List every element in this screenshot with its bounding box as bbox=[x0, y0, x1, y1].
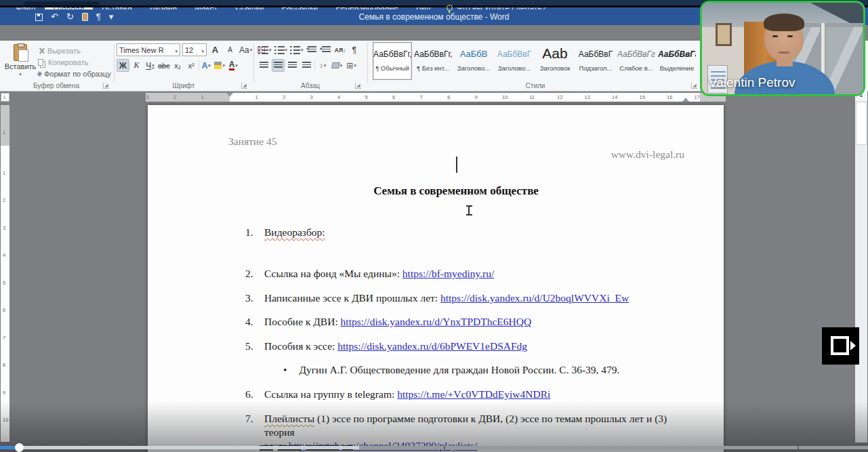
underline-button[interactable]: Ч bbox=[144, 59, 157, 72]
ruler-number: 7 bbox=[420, 94, 423, 100]
italic-button[interactable]: К bbox=[130, 59, 143, 72]
ruler-number: 9 bbox=[475, 94, 478, 100]
justify-icon bbox=[302, 62, 311, 69]
increase-indent-button[interactable] bbox=[320, 43, 333, 56]
styles-dialog-launcher-icon[interactable]: ◢ bbox=[691, 83, 697, 89]
chapter-separator bbox=[798, 446, 799, 449]
ruler-number: 1 bbox=[201, 94, 204, 100]
chevron-down-icon bbox=[201, 46, 204, 54]
document-page[interactable]: Занятие 45 www.dvi-legal.ru Семья в совр… bbox=[148, 105, 724, 452]
list-item-2: 2. Ссылка на фонд «Мы едины»: https://bf… bbox=[245, 267, 684, 281]
ruler-number: 2 bbox=[173, 94, 176, 100]
justify-button[interactable] bbox=[300, 59, 313, 72]
ruler-number: 10 bbox=[3, 417, 8, 423]
grow-font-button[interactable]: А bbox=[209, 43, 222, 56]
ruler-number: 3 bbox=[310, 94, 313, 100]
header-lesson-number: Занятие 45 bbox=[228, 136, 276, 148]
font-group-label: Шрифт bbox=[115, 82, 252, 89]
decrease-indent-button[interactable] bbox=[306, 43, 318, 56]
scissors-icon bbox=[38, 47, 45, 54]
right-indent-marker[interactable] bbox=[682, 94, 689, 102]
font-dialog-launcher-icon[interactable]: ◢ bbox=[241, 83, 247, 89]
first-line-indent-marker[interactable] bbox=[226, 93, 233, 100]
shrink-font-button[interactable]: А bbox=[224, 43, 236, 56]
hyperlink[interactable]: https://disk.yandex.ru/d/U2boqlWVVXi_Ew bbox=[440, 292, 629, 304]
style-subtle-emphasis[interactable]: АаБбВвГг, Слабое в... bbox=[617, 42, 656, 80]
overlay-widget-button[interactable] bbox=[822, 327, 859, 365]
multilevel-list-button[interactable] bbox=[289, 43, 304, 56]
hyperlink[interactable]: https://disk.yandex.ru/d/6bPWEV1eDSAFdg bbox=[337, 340, 527, 352]
strikethrough-button[interactable]: abc bbox=[157, 59, 171, 72]
ruler-number: 13 bbox=[585, 94, 590, 100]
paste-button[interactable]: Вставить ▾ bbox=[5, 43, 35, 85]
ruler-number: 2 bbox=[283, 94, 285, 100]
show-paragraph-marks-button[interactable]: ¶ bbox=[348, 43, 361, 56]
shading-button[interactable] bbox=[331, 59, 344, 72]
scrollbar-thumb[interactable] bbox=[856, 102, 867, 145]
ruler-number: 14 bbox=[612, 94, 617, 100]
multilevel-list-icon bbox=[290, 46, 300, 54]
borders-icon: ⊞ bbox=[346, 61, 353, 70]
video-top-artifact bbox=[24, 1, 99, 5]
text-effects-button[interactable]: А bbox=[200, 59, 213, 72]
font-color-button[interactable]: А bbox=[227, 59, 240, 72]
format-painter-button[interactable]: Формат по образцу bbox=[38, 68, 111, 79]
ruler-number: 8 bbox=[447, 94, 450, 100]
change-case-button[interactable]: Aa bbox=[239, 43, 253, 56]
highlight-color-button[interactable] bbox=[213, 59, 226, 72]
superscript-button[interactable]: x² bbox=[185, 59, 198, 72]
bullet-marker: • bbox=[283, 364, 287, 375]
header-site-url: www.dvi-legal.ru bbox=[611, 148, 684, 161]
list-item-4: 4. Пособие к ДВИ: https://disk.yandex.ru… bbox=[245, 315, 684, 329]
ruler-number: 3 bbox=[146, 94, 149, 100]
clipboard-dialog-launcher-icon[interactable]: ◢ bbox=[103, 83, 109, 89]
cut-button[interactable]: Вырезать bbox=[38, 45, 81, 56]
ruler-number: 3 bbox=[3, 225, 5, 231]
list-item-6: 6. Ссылка на группу в telegram: https://… bbox=[245, 388, 684, 401]
style-emphasis[interactable]: АаБбВвГг, Выделение bbox=[657, 42, 697, 80]
ruler-number: 10 bbox=[502, 94, 508, 100]
style-normal[interactable]: АаБбВвГг, ¶ Обычный bbox=[373, 42, 412, 80]
hyperlink[interactable]: https://t.me/+Vc0VTDdEyiw4NDRi bbox=[397, 388, 550, 400]
borders-button[interactable]: ⊞ bbox=[345, 59, 358, 72]
line-spacing-icon: ↕ bbox=[320, 62, 323, 69]
h-ruler-text-area bbox=[230, 93, 700, 102]
align-left-button[interactable] bbox=[257, 59, 270, 72]
decrease-indent-icon bbox=[308, 46, 316, 54]
playhead-knob[interactable] bbox=[15, 443, 24, 452]
copy-button[interactable]: Копировать bbox=[38, 57, 88, 67]
ruler-number: 8 bbox=[3, 362, 5, 368]
align-right-button[interactable] bbox=[286, 59, 299, 72]
bold-button[interactable]: Ж bbox=[117, 59, 129, 72]
ruler-number: 1 bbox=[255, 94, 258, 100]
tab-selector[interactable]: L bbox=[1, 93, 9, 102]
participant-name-label: Valentin Petrov bbox=[709, 75, 795, 90]
ruler-number: 11 bbox=[530, 94, 535, 100]
hyperlink[interactable]: https://bf-myediny.ru/ bbox=[402, 268, 494, 279]
style-no-spacing[interactable]: АаБбВвГг, ¶ Без инт... bbox=[413, 42, 453, 80]
ruler-number: 4 bbox=[337, 94, 340, 100]
list-item-1: 1. Видеоразбор: bbox=[245, 226, 684, 239]
vertical-scrollbar[interactable]: ▲ bbox=[855, 90, 867, 443]
align-center-icon bbox=[274, 62, 283, 69]
style-subtitle[interactable]: АаБбВвГ Подзагол... bbox=[576, 42, 615, 80]
ruler-number: 12 bbox=[557, 94, 562, 100]
numbered-list-button[interactable] bbox=[274, 43, 289, 56]
font-family-select[interactable]: Times New R bbox=[117, 43, 180, 56]
style-heading2[interactable]: АаБбВвГ Заголово... bbox=[495, 42, 534, 80]
paragraph-dialog-launcher-icon[interactable]: ◢ bbox=[355, 83, 361, 89]
style-heading1[interactable]: АаБбВ Заголово... bbox=[454, 42, 493, 80]
subscript-button[interactable]: x₂ bbox=[171, 59, 184, 72]
sub-bullet-item: •Дугин А.Г. Обществоведение для граждан … bbox=[283, 364, 619, 376]
align-center-button[interactable] bbox=[272, 59, 285, 72]
ruler-number: 9 bbox=[3, 390, 5, 396]
hyperlink[interactable]: https://disk.yandex.ru/d/YnxTPDThcE6HQQ bbox=[341, 316, 532, 327]
sort-button[interactable]: АЯ↓ bbox=[334, 43, 347, 56]
styles-group-label: Стили bbox=[369, 82, 702, 89]
font-size-select[interactable]: 12 bbox=[182, 43, 207, 56]
bullet-list-button[interactable] bbox=[257, 43, 272, 56]
style-title[interactable]: Aab Заголовок bbox=[535, 42, 575, 80]
lightbulb-icon bbox=[447, 5, 453, 11]
video-progress-bar[interactable] bbox=[0, 446, 868, 449]
line-spacing-button[interactable]: ↕ bbox=[316, 59, 329, 72]
